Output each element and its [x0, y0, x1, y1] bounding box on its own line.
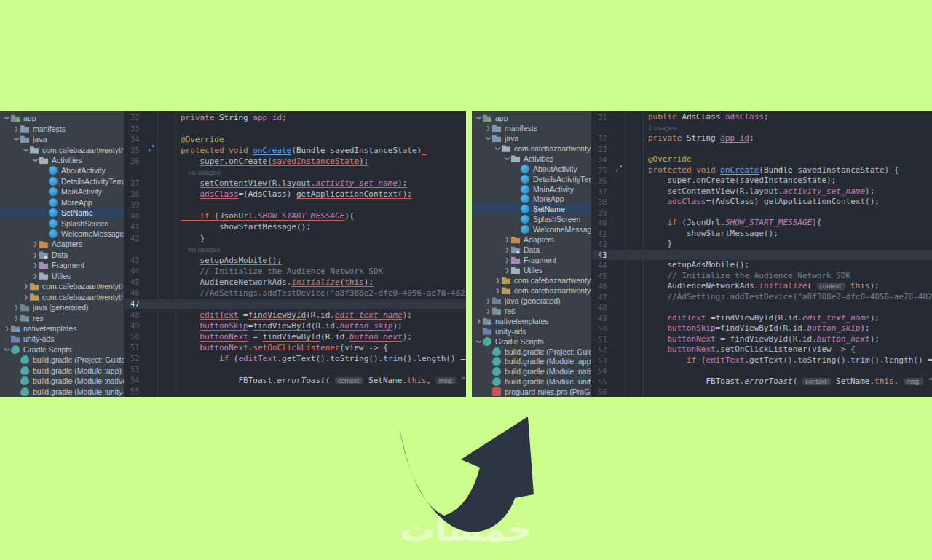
code-line[interactable]: 45 AudienceNetworkAds.initialize(this); — [125, 277, 466, 288]
code-line[interactable]: 37 setContentView(R.layout.activity_set_… — [125, 178, 466, 189]
tree-item[interactable]: ❯java (generated) — [0, 302, 124, 312]
code-line[interactable]: 41 showStartMessage(); — [125, 221, 466, 232]
line-number[interactable]: 50 — [125, 331, 158, 342]
code-line[interactable]: 38 adsClass=(AdsClass) getApplicationCon… — [125, 189, 466, 200]
line-number[interactable]: 52 — [125, 353, 158, 364]
tree-item[interactable]: ❯manifests — [472, 123, 591, 133]
code-editor[interactable]: 31public AdsClass adsClass;2 usages32pri… — [592, 111, 932, 397]
line-number[interactable]: 50 — [592, 323, 625, 334]
chevron-right-icon[interactable]: ❯ — [494, 277, 502, 283]
line-number[interactable]: 33 — [125, 123, 158, 134]
line-number[interactable]: 34 — [125, 134, 158, 145]
line-number[interactable]: 38 — [592, 197, 625, 208]
chevron-down-icon[interactable]: ❯ — [476, 337, 482, 345]
chevron-right-icon[interactable]: ❯ — [31, 252, 39, 258]
overrides-icon[interactable]: ↑ — [148, 145, 154, 156]
chevron-right-icon[interactable]: ❯ — [31, 241, 39, 247]
line-number[interactable]: 56 — [592, 387, 625, 397]
line-number[interactable]: 44 — [125, 266, 158, 277]
code-line[interactable]: 49 editText =findViewById(R.id.edit_text… — [592, 313, 932, 324]
tree-item[interactable]: ❯com.cafebazaartwentythree23sf@ijuuSan_M — [472, 285, 591, 296]
tree-item[interactable]: ❯Utiles — [472, 265, 591, 275]
chevron-right-icon[interactable]: ❯ — [503, 267, 511, 273]
line-number[interactable]: 45 — [125, 277, 158, 288]
chevron-down-icon[interactable]: ❯ — [495, 144, 501, 152]
tree-item[interactable]: SetName — [0, 208, 124, 218]
code-line[interactable]: 34@Override — [592, 154, 932, 165]
tree-item[interactable]: unity-ads — [0, 334, 124, 344]
chevron-right-icon[interactable]: ❯ — [31, 273, 39, 279]
tree-item[interactable]: MoreApp — [0, 197, 124, 208]
line-number[interactable]: 46 — [125, 288, 158, 299]
chevron-right-icon[interactable]: ❯ — [31, 262, 39, 268]
chevron-down-icon[interactable]: ❯ — [505, 154, 510, 162]
code-line[interactable]: 45 // Initialize the Audience Network SD… — [592, 271, 932, 282]
tree-item[interactable]: ❯Gradle Scripts — [0, 344, 124, 355]
line-number[interactable]: 32 — [592, 133, 625, 144]
tree-item[interactable]: MainActivity — [472, 184, 591, 194]
tree-item[interactable]: MoreApp — [472, 194, 591, 205]
line-number[interactable] — [125, 167, 158, 178]
line-number[interactable]: 48 — [592, 302, 625, 313]
tree-item[interactable]: ❯res — [472, 306, 591, 316]
tree-item[interactable]: WelcomeMessage — [0, 229, 124, 239]
line-number[interactable]: 49 — [592, 313, 625, 324]
tree-item[interactable]: SplashScreen — [0, 218, 124, 228]
line-number[interactable]: 54 — [125, 375, 158, 386]
usages-hint-row[interactable]: 2 usages — [592, 123, 932, 134]
code-line[interactable]: 53 if (editText.getText().toString().tri… — [592, 355, 932, 366]
line-number[interactable]: 38 — [125, 189, 158, 200]
tree-item[interactable]: ❯nativetemplates — [472, 316, 591, 326]
line-number[interactable]: 42 — [592, 239, 625, 250]
line-number[interactable]: 37 — [592, 186, 625, 197]
line-number[interactable]: 52 — [592, 344, 625, 355]
code-line[interactable]: 32private String app_id; — [592, 133, 932, 144]
tree-item[interactable]: proguard-rules.pro (ProGuard Rules for "… — [472, 387, 591, 397]
tree-item[interactable]: ❯manifests — [0, 123, 124, 133]
line-number[interactable]: 46 — [592, 281, 625, 292]
line-number[interactable]: 55 — [592, 376, 625, 387]
tree-item[interactable]: ❯Data — [472, 245, 591, 255]
line-number[interactable]: 55 — [125, 386, 158, 397]
tree-item[interactable]: ❯Gradle Scripts — [472, 336, 591, 347]
chevron-right-icon[interactable]: ❯ — [494, 288, 502, 293]
tree-item[interactable]: ❯res — [0, 312, 124, 323]
tree-item[interactable]: build.gradle (Module :app) — [472, 357, 591, 367]
code-line[interactable]: 46 AudienceNetworkAds.initialize( contex… — [592, 281, 932, 292]
code-line[interactable]: 32private String app_id; — [125, 112, 466, 123]
line-number[interactable]: 44 — [592, 260, 625, 271]
code-line[interactable]: 51 buttonNext.setOnClickListener(view ->… — [125, 342, 466, 353]
line-number[interactable]: 31 — [592, 112, 625, 123]
line-number[interactable]: 40 — [125, 210, 158, 221]
line-number[interactable]: 49 — [125, 320, 158, 331]
code-line[interactable]: 39 — [125, 200, 466, 210]
tree-item[interactable]: DetailsActivityTemp — [472, 174, 591, 184]
tree-item[interactable]: ❯com.cafebazaartwentythree23sf@ijuuSan_M — [0, 281, 124, 291]
code-line[interactable]: 52 buttonNext.setOnClickListener(view ->… — [592, 344, 932, 355]
code-line[interactable]: 36 super.onCreate(savedInstanceState); — [125, 156, 466, 167]
tree-item[interactable]: ❯com.cafebazaartwentythree23sf@ijuuSan_M — [0, 291, 124, 301]
code-line[interactable]: 37 setContentView(R.layout.activity_set_… — [592, 186, 932, 197]
line-number[interactable]: 35↑ — [125, 145, 158, 156]
tree-item[interactable]: ❯Activities — [0, 155, 124, 165]
chevron-down-icon[interactable]: ❯ — [486, 134, 491, 142]
code-editor[interactable]: 32private String app_id;3334@Override35↑… — [125, 111, 466, 397]
code-line[interactable]: 55 FBToast.errorToast( context: SetName.… — [592, 376, 932, 387]
tree-item[interactable]: build.gradle (Project: Guide_app) — [472, 347, 591, 357]
code-line[interactable]: 48 editText =findViewById(R.id.edit_text… — [125, 309, 466, 320]
tree-item[interactable]: ❯Utiles — [0, 271, 124, 281]
chevron-right-icon[interactable]: ❯ — [503, 237, 511, 242]
line-number[interactable]: 36 — [592, 176, 625, 186]
tree-item[interactable]: ❯com.cafebazaartwentythree23sf@ijuuSan_M — [472, 275, 591, 285]
chevron-right-icon[interactable]: ❯ — [484, 125, 492, 131]
code-line[interactable]: 51 buttonNext = findViewById(R.id.button… — [592, 334, 932, 345]
code-line[interactable]: 42 } — [125, 233, 466, 244]
usages-hint[interactable]: no usages — [181, 245, 220, 253]
code-line[interactable]: 43 — [592, 250, 932, 261]
usages-hint-row[interactable]: no usages — [125, 167, 466, 178]
tree-item[interactable]: build.gradle (Module :app) — [0, 366, 124, 376]
tree-item[interactable]: SetName — [472, 204, 591, 214]
tree-item[interactable]: ❯app — [0, 113, 124, 123]
line-number[interactable]: 45 — [592, 271, 625, 282]
line-number[interactable]: 43 — [592, 250, 625, 261]
